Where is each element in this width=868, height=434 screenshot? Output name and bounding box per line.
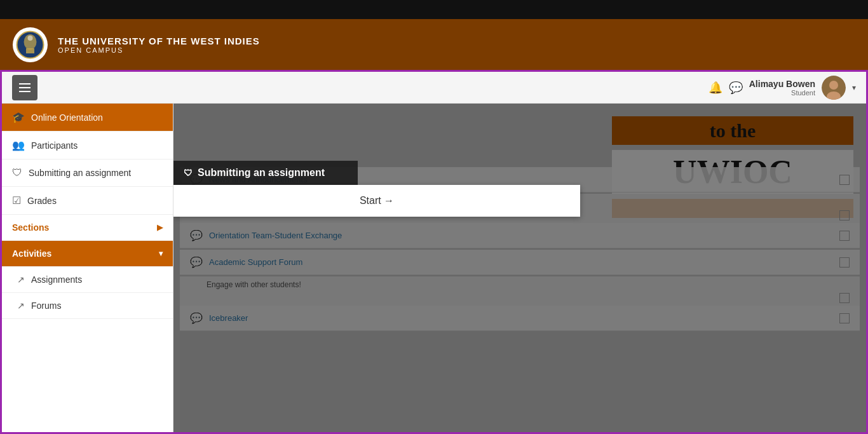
svg-rect-2: [26, 48, 34, 53]
university-title: THE UNIVERSITY OF THE WEST INDIES OPEN C…: [58, 36, 260, 54]
svg-point-5: [829, 81, 838, 90]
user-dropdown-arrow[interactable]: ▾: [852, 83, 856, 92]
sidebar-item-submitting[interactable]: 🛡 Submitting an assignment: [2, 159, 173, 187]
activities-header[interactable]: Activities ▾: [2, 241, 173, 267]
start-button-text: Start →: [360, 195, 394, 207]
start-button[interactable]: Start →: [173, 185, 580, 217]
participants-icon: 👥: [12, 139, 25, 151]
shield-sidebar-icon: 🛡: [12, 167, 22, 179]
user-role: Student: [749, 89, 815, 97]
svg-point-3: [28, 36, 33, 41]
sidebar-label-grades: Grades: [27, 196, 57, 206]
sidebar-label-forums: Forums: [31, 301, 61, 311]
notifications-icon[interactable]: 🔔: [709, 81, 722, 95]
popup-label-text: Submitting an assignment: [198, 167, 325, 179]
university-sub-name: OPEN CAMPUS: [58, 46, 260, 54]
popup-tooltip: 🛡 Submitting an assignment Start →: [173, 161, 580, 217]
user-name: Alimayu Bowen: [749, 79, 815, 89]
sidebar-label-participants: Participants: [31, 140, 78, 151]
hamburger-line-1: [19, 83, 31, 85]
sections-chevron-icon: ▶: [157, 223, 163, 232]
university-header: THE UNIVERSITY OF THE WEST INDIES OPEN C…: [0, 19, 868, 70]
hamburger-line-3: [19, 91, 31, 92]
sidebar-item-online-orientation[interactable]: 🎓 Online Orientation: [2, 104, 173, 132]
user-avatar[interactable]: [822, 76, 846, 100]
nav-bar: 🔔 💬 Alimayu Bowen Student ▾: [2, 72, 866, 104]
sidebar-item-participants[interactable]: 👥 Participants: [2, 132, 173, 159]
assignments-icon: ↗: [17, 275, 25, 285]
graduation-icon: 🎓: [12, 111, 25, 123]
activities-chevron-icon: ▾: [159, 249, 163, 258]
sections-header[interactable]: Sections ▶: [2, 215, 173, 241]
forums-icon: ↗: [17, 301, 25, 311]
main-content: to the UWIOC 💬 News and Announcements: [173, 104, 866, 432]
sidebar-item-forums[interactable]: ↗ Forums: [2, 293, 173, 319]
main-wrapper: 🔔 💬 Alimayu Bowen Student ▾ 🎓 Onl: [0, 70, 868, 434]
sidebar: 🎓 Online Orientation 👥 Participants 🛡 Su…: [2, 104, 173, 432]
grades-icon: ☑: [12, 194, 21, 207]
sidebar-label-online-orientation: Online Orientation: [31, 112, 103, 123]
user-area: 🔔 💬 Alimayu Bowen Student ▾: [709, 76, 856, 100]
overlay: 🛡 Submitting an assignment Start →: [173, 104, 866, 432]
top-bar: [0, 0, 868, 19]
activities-label: Activities: [12, 248, 51, 259]
hamburger-line-2: [19, 87, 31, 88]
sidebar-item-assignments[interactable]: ↗ Assignments: [2, 267, 173, 293]
sidebar-label-assignments: Assignments: [31, 275, 82, 285]
sidebar-label-submitting: Submitting an assignment: [29, 168, 131, 178]
sections-label: Sections: [12, 222, 49, 233]
university-main-name: THE UNIVERSITY OF THE WEST INDIES: [58, 36, 260, 46]
university-logo: [13, 27, 48, 62]
tooltip-label: 🛡 Submitting an assignment: [173, 161, 358, 185]
hamburger-button[interactable]: [12, 75, 37, 100]
messages-icon[interactable]: 💬: [729, 81, 743, 95]
sidebar-item-grades[interactable]: ☑ Grades: [2, 187, 173, 215]
content-area: 🎓 Online Orientation 👥 Participants 🛡 Su…: [2, 104, 866, 432]
user-info: Alimayu Bowen Student: [749, 79, 815, 97]
popup-shield-icon: 🛡: [184, 168, 193, 178]
